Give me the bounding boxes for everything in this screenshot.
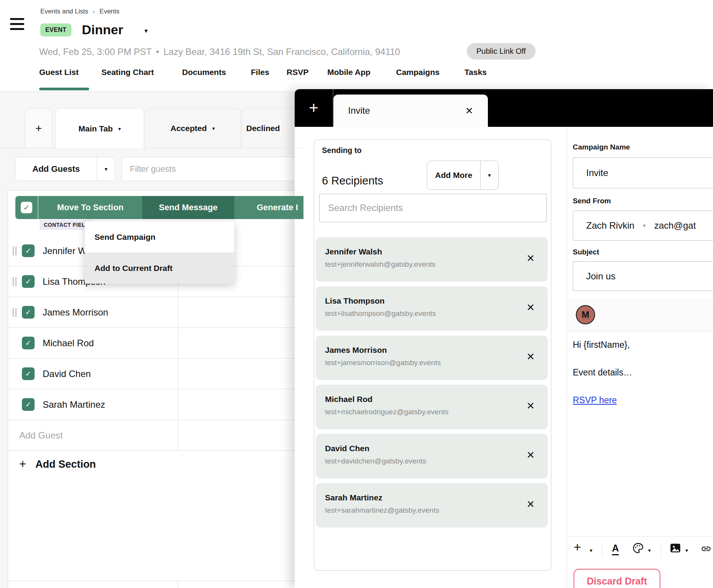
guest-row[interactable]: ✓ Michael Rod (8, 328, 303, 359)
recipient-email: test+jamesmorrison@gatsby.events (325, 359, 441, 367)
generate-label: Generate I (257, 203, 298, 213)
recipient-card: Jennifer Walsh test+jenniferwalsh@gatsby… (316, 237, 548, 282)
avatar: M (576, 305, 595, 324)
draft-tab-invite[interactable]: Invite ✕ (333, 95, 488, 127)
guest-checkbox[interactable]: ✓ (22, 306, 35, 319)
add-section-button[interactable]: + Add Section (19, 457, 96, 471)
list-tab-accepted[interactable]: Accepted ▾ (144, 108, 241, 148)
remove-recipient-icon[interactable]: ✕ (526, 302, 535, 314)
tab-documents[interactable]: Documents (182, 68, 226, 77)
list-tab-main[interactable]: Main Tab ▾ (55, 108, 144, 148)
campaign-draft-modal: + Invite ✕ Sending to 6 Recipients Add M… (295, 89, 713, 588)
drag-handle-icon[interactable] (13, 277, 17, 286)
send-message-button[interactable]: Send Message (142, 196, 234, 219)
table-column-divider (178, 581, 178, 588)
palette-caret-down-icon[interactable]: ▾ (648, 547, 651, 553)
tab-guest-list[interactable]: Guest List (39, 68, 79, 77)
tab-campaigns[interactable]: Campaigns (396, 68, 439, 77)
recipient-card: Lisa Thompson test+lisathompson@gatsby.e… (316, 286, 548, 331)
next-section-divider (8, 581, 303, 581)
generate-button[interactable]: Generate I (234, 196, 303, 219)
guest-checkbox[interactable]: ✓ (22, 337, 35, 349)
tab-tasks[interactable]: Tasks (464, 68, 487, 77)
drag-handle-icon[interactable] (13, 308, 17, 317)
recipient-email: test+jenniferwalsh@gatsby.events (325, 260, 436, 269)
select-all-checkbox[interactable]: ✓ (21, 202, 32, 213)
remove-recipient-icon[interactable]: ✕ (526, 252, 535, 264)
remove-recipient-icon[interactable]: ✕ (526, 351, 535, 363)
image-caret-down-icon[interactable]: ▾ (685, 547, 688, 553)
check-icon: ✓ (25, 308, 32, 317)
guest-row[interactable]: ✓ David Chen (8, 359, 303, 389)
email-body-details: Event details… (573, 367, 632, 378)
plus-icon: + (309, 99, 318, 117)
sending-to-label: Sending to (322, 146, 361, 155)
add-guests-caret-down-icon[interactable]: ▾ (97, 157, 115, 181)
event-location: Lazy Bear, 3416 19th St, San Francisco, … (163, 47, 400, 57)
add-guests-button[interactable]: Add Guests ▾ (15, 157, 115, 181)
guest-checkbox[interactable]: ✓ (22, 367, 35, 380)
close-icon[interactable]: ✕ (465, 105, 473, 116)
list-tab-main-label: Main Tab (78, 124, 113, 133)
remove-recipient-icon[interactable]: ✕ (526, 400, 535, 412)
toolbar-divider (661, 543, 661, 557)
guest-checkbox[interactable]: ✓ (22, 398, 35, 411)
insert-link-icon[interactable] (699, 543, 713, 556)
title-caret-down-icon[interactable]: ▾ (144, 27, 148, 35)
add-list-tab-button[interactable]: + (25, 108, 52, 148)
menu-item-send-campaign[interactable]: Send Campaign (85, 221, 234, 252)
avatar-letter: M (582, 309, 589, 320)
insert-plus-icon[interactable]: + (574, 540, 581, 555)
search-recipients-input[interactable] (319, 194, 547, 222)
bullet-separator: • (156, 47, 159, 57)
insert-image-icon[interactable] (669, 542, 681, 556)
move-to-section-button[interactable]: Move To Section (38, 196, 142, 219)
add-more-caret-down-icon[interactable]: ▾ (480, 161, 498, 189)
guest-name: Michael Rod (43, 338, 94, 349)
guest-name: James Morrison (43, 307, 108, 318)
tab-files[interactable]: Files (251, 68, 269, 77)
recipient-email: test+michaelrodriguez@gatsby.events (325, 408, 449, 416)
guest-row[interactable]: ✓ Sarah Martinez (8, 389, 303, 420)
palette-icon[interactable] (632, 542, 644, 556)
filter-guests-input[interactable] (122, 157, 303, 181)
rsvp-link[interactable]: RSVP here (573, 395, 617, 405)
remove-recipient-icon[interactable]: ✕ (526, 498, 535, 510)
insert-caret-down-icon[interactable]: ▾ (590, 547, 592, 553)
add-guest-placeholder: Add Guest (19, 430, 63, 441)
discard-draft-button[interactable]: Discard Draft (574, 569, 660, 588)
select-all-cell[interactable]: ✓ (15, 196, 38, 219)
plus-icon: + (35, 122, 42, 135)
breadcrumb-events-and-lists[interactable]: Events and Lists (40, 8, 88, 15)
tab-seating-chart[interactable]: Seating Chart (101, 68, 154, 77)
send-message-dropdown-menu: Send Campaign Add to Current Draft (85, 221, 235, 284)
new-draft-tab-button[interactable]: + (295, 89, 333, 127)
caret-down-icon: ▾ (118, 126, 121, 132)
campaign-name-input[interactable] (573, 158, 713, 188)
check-icon: ✓ (25, 339, 32, 347)
caret-down-icon: ▾ (212, 125, 215, 131)
guest-row[interactable]: ✓ James Morrison (8, 297, 303, 328)
recipient-email: test+sarahmartinez@gatsby.events (325, 506, 439, 515)
subject-input[interactable] (573, 261, 713, 291)
hamburger-menu-icon[interactable] (10, 18, 24, 30)
public-link-toggle[interactable]: Public Link Off (467, 43, 536, 60)
guest-checkbox[interactable]: ✓ (22, 244, 35, 257)
active-tab-underline (39, 88, 89, 90)
breadcrumb-events[interactable]: Events (99, 8, 119, 15)
event-subtitle: Wed, Feb 25, 3:00 PM PST • Lazy Bear, 34… (39, 47, 400, 57)
text-color-icon[interactable]: A (612, 543, 619, 555)
send-from-select[interactable]: Zach Rivkin ▾ zach@gat (573, 211, 713, 241)
tab-mobile-app[interactable]: Mobile App (327, 68, 370, 77)
recipient-card: Michael Rod test+michaelrodriguez@gatsby… (316, 385, 548, 429)
remove-recipient-icon[interactable]: ✕ (526, 449, 535, 461)
recipient-name: James Morrison (325, 345, 387, 355)
menu-item-add-to-current-draft[interactable]: Add to Current Draft (85, 252, 234, 284)
add-more-button[interactable]: Add More ▾ (427, 161, 499, 190)
tab-rsvp[interactable]: RSVP (287, 68, 308, 77)
check-icon: ✓ (25, 277, 32, 286)
move-to-section-label: Move To Section (57, 203, 123, 213)
add-guest-row[interactable]: Add Guest (8, 420, 303, 451)
drag-handle-icon[interactable] (13, 246, 17, 256)
guest-checkbox[interactable]: ✓ (22, 275, 35, 288)
